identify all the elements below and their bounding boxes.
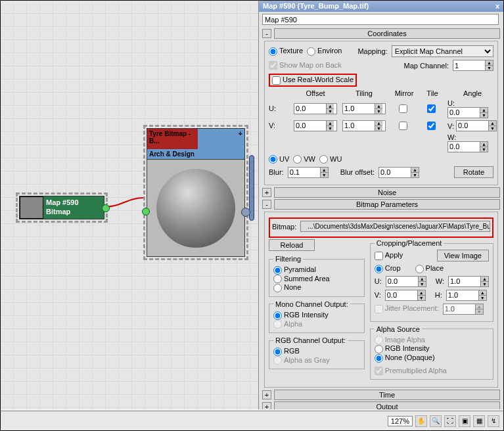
- wu-radio[interactable]: WU: [319, 155, 342, 164]
- output-port[interactable]: [102, 204, 110, 212]
- close-icon[interactable]: x: [495, 2, 499, 11]
- output-port-main[interactable]: [241, 208, 250, 217]
- properties-panel: Map #590 (Tyre_Bump_Map.tif) x - Coordin…: [258, 1, 503, 409]
- v-offset[interactable]: ▲▼: [294, 120, 337, 131]
- uv-radio[interactable]: UV: [269, 155, 289, 164]
- rgb-intensity-radio[interactable]: RGB Intensity: [375, 344, 430, 352]
- mono-output-group: Mono Channel Output: RGB Intensity Alpha: [269, 300, 365, 333]
- none-opaque-radio[interactable]: None (Opaque): [375, 353, 435, 361]
- expand-icon[interactable]: +: [262, 402, 271, 409]
- node-mat-header-right: [198, 129, 244, 149]
- fit-icon[interactable]: ▣: [459, 415, 470, 427]
- node-map-590[interactable]: Map #590 Bitmap: [19, 196, 104, 219]
- mono-alpha-radio: Alpha: [273, 320, 302, 328]
- rollup-coordinates[interactable]: Coordinates: [274, 28, 500, 39]
- rgb-output-group: RGB Channel Output: RGB Alpha as Gray: [269, 336, 365, 369]
- mirror-header: Mirror: [391, 89, 417, 97]
- jitter-spinner: ▲▼: [443, 304, 484, 315]
- tile-header: Tile: [423, 89, 442, 97]
- view-image-button[interactable]: View Image: [437, 250, 489, 261]
- bitmap-highlight: Bitmap: ...\Documents\3dsMaxDesign\scene…: [269, 217, 493, 238]
- bitmap-label: Bitmap:: [272, 223, 296, 231]
- v-angle[interactable]: ▲▼: [456, 120, 497, 131]
- crop-radio[interactable]: Crop: [375, 264, 401, 273]
- u-tile-check[interactable]: [427, 104, 436, 113]
- image-alpha-radio: Image Alpha: [375, 336, 425, 344]
- alpha-gray-radio: Alpha as Gray: [273, 356, 330, 364]
- real-world-check[interactable]: Use Real-World Scale: [272, 76, 354, 83]
- bitmap-params-body: Bitmap: ...\Documents\3dsMaxDesign\scene…: [264, 212, 498, 388]
- crop-w[interactable]: ▲▼: [448, 276, 489, 287]
- expand-icon[interactable]: +: [262, 390, 271, 399]
- u-offset[interactable]: ▲▼: [294, 103, 337, 114]
- v-mirror-check[interactable]: [399, 122, 407, 130]
- blur-spinner[interactable]: ▲▼: [288, 167, 329, 178]
- summed-radio[interactable]: Summed Area: [273, 275, 330, 283]
- premult-check: Premultiplied Alpha: [375, 367, 447, 374]
- pyramidal-radio[interactable]: Pyramidal: [273, 265, 316, 273]
- blur-offset-label: Blur offset:: [340, 168, 375, 176]
- tiling-header: Tiling: [342, 89, 386, 97]
- mapping-label: Mapping:: [357, 47, 387, 55]
- crop-u[interactable]: ▲▼: [386, 276, 426, 287]
- jitter-check: Jitter Placement:: [375, 304, 439, 313]
- reload-button[interactable]: Reload: [269, 239, 315, 251]
- apply-check[interactable]: Apply: [375, 251, 403, 260]
- rollup-bitmap-params[interactable]: Bitmap Parameters: [274, 199, 500, 210]
- blur-label: Blur:: [269, 168, 284, 176]
- layout-icon[interactable]: ▦: [473, 415, 485, 427]
- cropping-group: Cropping/Placement Apply View Image Crop…: [370, 239, 493, 322]
- node-mat-type: Arch & Design: [147, 149, 244, 159]
- v-label: V:: [269, 122, 288, 129]
- node-material[interactable]: Tyre Bitmap - B... + Arch & Design: [147, 128, 245, 257]
- crop-v[interactable]: ▲▼: [385, 290, 426, 301]
- collapse-icon[interactable]: -: [262, 200, 271, 209]
- mapping-select[interactable]: Explicit Map Channel: [392, 45, 493, 57]
- tool-icon[interactable]: ↯: [488, 415, 499, 427]
- collapse-icon[interactable]: -: [262, 29, 271, 38]
- real-world-highlight: Use Real-World Scale: [269, 74, 357, 87]
- place-radio[interactable]: Place: [415, 264, 444, 273]
- rgb-radio[interactable]: RGB: [273, 347, 300, 355]
- zoom-level[interactable]: 127%: [388, 416, 413, 426]
- show-map-check: Show Map on Back: [269, 61, 342, 70]
- pan-icon[interactable]: ✋: [415, 415, 427, 427]
- environ-radio[interactable]: Environ: [307, 47, 342, 56]
- u-mirror-check[interactable]: [399, 104, 407, 113]
- vw-radio[interactable]: VW: [293, 155, 315, 164]
- expand-icon[interactable]: +: [262, 188, 271, 197]
- node-preview: [147, 159, 244, 256]
- map-channel-label: Map Channel:: [404, 62, 449, 70]
- map-channel-spinner[interactable]: ▲▼: [453, 60, 493, 71]
- mono-rgb-radio[interactable]: RGB Intensity: [273, 311, 329, 319]
- node-mat-title: Tyre Bitmap - B...: [147, 129, 198, 149]
- connection-wire: [104, 198, 147, 216]
- panel-titlebar[interactable]: Map #590 (Tyre_Bump_Map.tif) x: [259, 1, 503, 12]
- v-tiling[interactable]: ▲▼: [342, 120, 386, 131]
- bitmap-path-button[interactable]: ...\Documents\3dsMaxDesign\scenes\Jaguar…: [300, 221, 490, 232]
- angle-header: Angle: [447, 89, 497, 97]
- offset-header: Offset: [294, 89, 337, 97]
- crop-h[interactable]: ▲▼: [446, 290, 487, 301]
- u-angle[interactable]: ▲▼: [447, 107, 488, 118]
- node-canvas[interactable]: Map #590 Bitmap Tyre Bitmap - B... + Arc…: [1, 1, 259, 409]
- zoom-icon[interactable]: 🔍: [430, 415, 442, 427]
- none-filter-radio[interactable]: None: [273, 283, 301, 291]
- coordinates-body: Texture Environ Mapping: Explicit Map Ch…: [264, 41, 498, 185]
- zoom-region-icon[interactable]: ⛶: [444, 415, 456, 427]
- rotate-button[interactable]: Rotate: [454, 166, 493, 178]
- input-port[interactable]: [142, 208, 150, 216]
- rollup-output[interactable]: Output: [274, 401, 500, 409]
- map-name-field[interactable]: [262, 14, 499, 25]
- texture-radio[interactable]: Texture: [269, 47, 303, 56]
- w-angle[interactable]: ▲▼: [447, 141, 488, 152]
- node-title: Map #590: [46, 198, 79, 207]
- expand-icon[interactable]: +: [239, 129, 242, 137]
- v-tile-check[interactable]: [427, 122, 436, 130]
- u-tiling[interactable]: ▲▼: [342, 103, 386, 114]
- blur-offset-spinner[interactable]: ▲▼: [378, 167, 419, 178]
- preview-sphere: [156, 169, 235, 248]
- rollup-time[interactable]: Time: [274, 390, 500, 400]
- rollup-noise[interactable]: Noise: [274, 187, 500, 198]
- alpha-source-group: Alpha Source Image Alpha RGB Intensity N…: [370, 325, 493, 380]
